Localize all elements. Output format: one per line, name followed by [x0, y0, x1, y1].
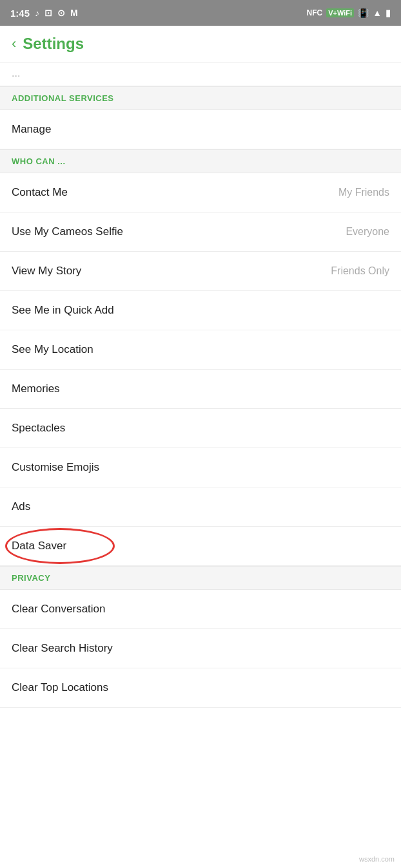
vibrate-icon: 📳: [358, 8, 369, 18]
setting-label-spectacles: Spectacles: [12, 422, 65, 435]
page-title: Settings: [23, 35, 84, 53]
setting-label-clear-conversation: Clear Conversation: [12, 603, 106, 616]
nfc-icon: NFC: [307, 8, 323, 17]
setting-value-view-my-story: Friends Only: [331, 265, 389, 277]
setting-row-ads[interactable]: Ads: [0, 487, 401, 527]
status-right: NFC V+WiFi 📳 ▲ ▮: [307, 8, 391, 18]
setting-row-use-cameos-selfie[interactable]: Use My Cameos Selfie Everyone: [0, 212, 401, 252]
cropped-label: ...: [12, 68, 20, 79]
setting-label-customise-emojis: Customise Emojis: [12, 461, 99, 474]
gmail-icon: M: [70, 8, 78, 18]
setting-label-contact-me: Contact Me: [12, 186, 68, 199]
setting-label-memories: Memories: [12, 382, 60, 395]
section-header-who-can: WHO CAN ...: [0, 149, 401, 173]
setting-value-use-cameos-selfie: Everyone: [346, 226, 389, 238]
setting-row-view-my-story[interactable]: View My Story Friends Only: [0, 252, 401, 291]
watermark: wsxdn.com: [359, 855, 395, 863]
setting-row-manage[interactable]: Manage: [0, 110, 401, 149]
status-bar: 1:45 ♪ ⊡ ⊙ M NFC V+WiFi 📳 ▲ ▮: [0, 0, 401, 26]
section-header-privacy: PRIVACY: [0, 566, 401, 590]
setting-value-contact-me: My Friends: [338, 187, 389, 198]
setting-row-see-my-location[interactable]: See My Location: [0, 330, 401, 370]
setting-row-see-me-quick-add[interactable]: See Me in Quick Add: [0, 291, 401, 330]
setting-row-data-saver[interactable]: Data Saver: [0, 527, 401, 566]
setting-row-spectacles[interactable]: Spectacles: [0, 409, 401, 448]
back-button[interactable]: ‹: [12, 35, 16, 52]
section-label: ADDITIONAL SERVICES: [12, 93, 114, 103]
setting-row-customise-emojis[interactable]: Customise Emojis: [0, 448, 401, 487]
setting-label-see-my-location: See My Location: [12, 343, 93, 356]
setting-label-see-me-quick-add: See Me in Quick Add: [12, 304, 114, 317]
instagram-icon: ⊡: [44, 8, 52, 18]
wifi-icon: V+WiFi: [326, 8, 354, 17]
section-label-privacy: PRIVACY: [12, 573, 50, 583]
status-left: 1:45 ♪ ⊡ ⊙ M: [10, 8, 78, 19]
setting-label-clear-top-locations: Clear Top Locations: [12, 681, 108, 694]
section-label-who-can: WHO CAN ...: [12, 156, 66, 166]
setting-row-clear-conversation[interactable]: Clear Conversation: [0, 590, 401, 629]
setting-label-clear-search-history: Clear Search History: [12, 642, 113, 655]
status-time: 1:45: [10, 8, 30, 19]
cropped-section-text: ...: [0, 62, 401, 86]
setting-row-memories[interactable]: Memories: [0, 370, 401, 409]
section-header-additional-services: ADDITIONAL SERVICES: [0, 86, 401, 110]
setting-label-data-saver: Data Saver: [12, 540, 66, 552]
signal-icon: ▲: [373, 8, 382, 18]
setting-label-manage: Manage: [12, 123, 51, 136]
battery-icon: ▮: [386, 8, 391, 18]
settings-header: ‹ Settings: [0, 26, 401, 62]
setting-label-use-cameos-selfie: Use My Cameos Selfie: [12, 225, 123, 238]
setting-label-view-my-story: View My Story: [12, 265, 81, 278]
setting-label-ads: Ads: [12, 500, 30, 513]
setting-row-clear-search-history[interactable]: Clear Search History: [0, 629, 401, 668]
setting-row-clear-top-locations[interactable]: Clear Top Locations: [0, 668, 401, 708]
music-icon: ♪: [35, 8, 39, 18]
instagram2-icon: ⊙: [57, 8, 65, 18]
setting-row-contact-me[interactable]: Contact Me My Friends: [0, 173, 401, 212]
